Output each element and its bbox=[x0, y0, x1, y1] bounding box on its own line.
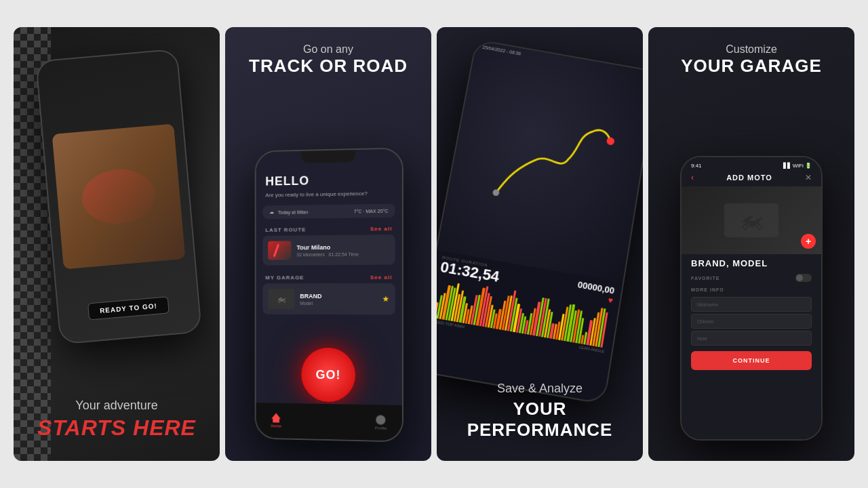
more-info-label: MORE INFO bbox=[691, 287, 724, 292]
svg-point-1 bbox=[606, 137, 615, 146]
nickname-field[interactable]: Nickname bbox=[691, 297, 812, 312]
map-background: 25/04/2022 - 08:38 bbox=[437, 41, 643, 283]
brand-model-label: BRAND, MODEL bbox=[682, 254, 821, 271]
panel-1-title: STARTS HERE bbox=[37, 415, 196, 441]
phone-2-screen: HELLO Are you ready to live a unique exp… bbox=[256, 148, 402, 441]
back-button[interactable]: ‹ bbox=[691, 173, 694, 182]
cloud-icon: ☁ bbox=[269, 209, 274, 215]
map-view: 25/04/2022 - 08:38 bbox=[437, 41, 643, 283]
panel-3-subtitle: Save & Analyze bbox=[450, 382, 629, 396]
nav-profile[interactable]: Profile bbox=[375, 415, 387, 430]
route-card: Tour Milano 32 kilometers 01:22:54 Time bbox=[262, 235, 395, 265]
last-route-label: LAST ROUTE bbox=[265, 227, 306, 234]
route-line bbox=[268, 241, 291, 260]
route-path bbox=[473, 86, 623, 235]
chloren-field[interactable]: Chloren bbox=[691, 314, 812, 329]
ready-badge: READY TO GO! bbox=[87, 296, 170, 320]
see-all-routes[interactable]: See all bbox=[370, 226, 393, 232]
favorite-section: FAVORITE bbox=[682, 271, 821, 285]
panel-1-title-normal: STARTS bbox=[37, 415, 133, 440]
moto-preview: + bbox=[682, 186, 821, 254]
see-all-garage[interactable]: See all bbox=[370, 274, 393, 281]
garage-label: MY GARAGE bbox=[265, 274, 304, 281]
favorite-label: FAVORITE bbox=[691, 276, 719, 281]
note-placeholder: Note bbox=[697, 336, 707, 341]
garage-brand: BRAND bbox=[300, 293, 376, 300]
panel-1-subtitle: Your adventure bbox=[37, 399, 196, 413]
bottom-nav: Home Profile bbox=[256, 403, 402, 441]
phone-2-garage-section: MY GARAGE See all bbox=[256, 269, 402, 284]
phone-1: READY TO GO! bbox=[35, 49, 202, 345]
add-photo-button[interactable]: + bbox=[801, 234, 816, 249]
phone-2-last-route-section: LAST ROUTE See all bbox=[256, 220, 402, 236]
moto-silhouette bbox=[724, 203, 778, 237]
note-field[interactable]: Note bbox=[691, 331, 812, 346]
route-name: Tour Milano bbox=[296, 243, 389, 251]
star-icon: ★ bbox=[382, 294, 389, 304]
route-info: Tour Milano 32 kilometers 01:22:54 Time bbox=[296, 243, 389, 257]
phone-4-screen: 9:41 ▋▋ WiFi 🔋 ‹ ADD MOTO ✕ + BRAND, MOD… bbox=[682, 157, 821, 439]
phone-4: 9:41 ▋▋ WiFi 🔋 ‹ ADD MOTO ✕ + BRAND, MOD… bbox=[680, 156, 823, 441]
phone-1-screen: READY TO GO! bbox=[37, 50, 200, 343]
go-button[interactable]: GO! bbox=[301, 348, 355, 403]
favorite-toggle[interactable] bbox=[795, 274, 812, 282]
profile-icon bbox=[376, 415, 386, 424]
weather-temp: 7°C · MAX 20°C bbox=[354, 208, 389, 214]
panel-3: 25/04/2022 - 08:38 ROUTE DURATION 01:32,… bbox=[437, 27, 643, 461]
route-km: 32 kilometers bbox=[296, 252, 324, 257]
status-bar: 9:41 ▋▋ WiFi 🔋 bbox=[682, 157, 821, 169]
panels-container: READY TO GO! Your adventure STARTS HERE … bbox=[14, 27, 854, 461]
map-date: 25/04/2022 - 08:38 bbox=[482, 45, 521, 56]
more-info-section: MORE INFO bbox=[682, 285, 821, 295]
panel-4-header: Customize YOUR GARAGE bbox=[667, 27, 835, 83]
phone-3: 25/04/2022 - 08:38 ROUTE DURATION 01:32,… bbox=[437, 39, 643, 405]
garage-info: BRAND Model bbox=[300, 293, 376, 306]
panel-2-subtitle: Go on any bbox=[249, 43, 408, 56]
phone-2-hello: HELLO bbox=[256, 167, 402, 192]
nav-home[interactable]: Home bbox=[271, 413, 281, 428]
garage-card: 🏍 BRAND Model ★ bbox=[262, 283, 395, 314]
phone-time: 9:41 bbox=[691, 163, 702, 169]
panel-3-text: Save & Analyze YOUR PERFORMANCE bbox=[437, 368, 643, 461]
phone-2-notch bbox=[301, 150, 355, 163]
weather-text: Today at Milan bbox=[278, 209, 308, 215]
panel-4-subtitle: Customize bbox=[681, 43, 821, 56]
signal-icons: ▋▋ WiFi 🔋 bbox=[783, 163, 812, 169]
garage-model: Model bbox=[300, 301, 376, 306]
panel-4: Customize YOUR GARAGE 9:41 ▋▋ WiFi 🔋 ‹ A… bbox=[648, 27, 854, 461]
close-button[interactable]: ✕ bbox=[805, 173, 812, 182]
phone-hands-image bbox=[52, 124, 186, 270]
phone-2-weather: ☁ Today at Milan 7°C · MAX 20°C bbox=[262, 204, 395, 220]
moto-icon: 🏍 bbox=[268, 289, 294, 309]
panel-1: READY TO GO! Your adventure STARTS HERE bbox=[14, 27, 220, 461]
nav-profile-label: Profile bbox=[375, 426, 387, 430]
panel-1-title-highlight: HERE bbox=[133, 415, 196, 440]
route-svg bbox=[473, 86, 623, 235]
panel-1-text: Your adventure STARTS HERE bbox=[24, 385, 210, 461]
screen-title: ADD MOTO bbox=[726, 174, 772, 182]
panel-4-title: YOUR GARAGE bbox=[681, 56, 821, 77]
panel-2-title: TRACK OR ROAD bbox=[249, 56, 408, 77]
phone-2-greeting: Are you ready to live a unique experienc… bbox=[256, 189, 402, 203]
phone-3-screen: 25/04/2022 - 08:38 ROUTE DURATION 01:32,… bbox=[437, 41, 643, 403]
nav-home-label: Home bbox=[271, 424, 281, 428]
panel-3-title: YOUR PERFORMANCE bbox=[450, 399, 629, 441]
route-icon bbox=[268, 241, 291, 260]
top-bar: ‹ ADD MOTO ✕ bbox=[682, 169, 821, 186]
phone-2: HELLO Are you ready to live a unique exp… bbox=[255, 147, 403, 442]
continue-button[interactable]: CONTINUE bbox=[691, 351, 812, 370]
nickname-placeholder: Nickname bbox=[697, 302, 718, 307]
panel-2-header: Go on any TRACK OR ROAD bbox=[235, 27, 421, 83]
route-time: 01:22:54 Time bbox=[328, 251, 358, 256]
route-stats: 32 kilometers 01:22:54 Time bbox=[296, 251, 389, 257]
home-icon bbox=[271, 413, 281, 422]
panel-2: Go on any TRACK OR ROAD HELLO Are you re… bbox=[225, 27, 431, 461]
chloren-placeholder: Chloren bbox=[697, 319, 714, 324]
